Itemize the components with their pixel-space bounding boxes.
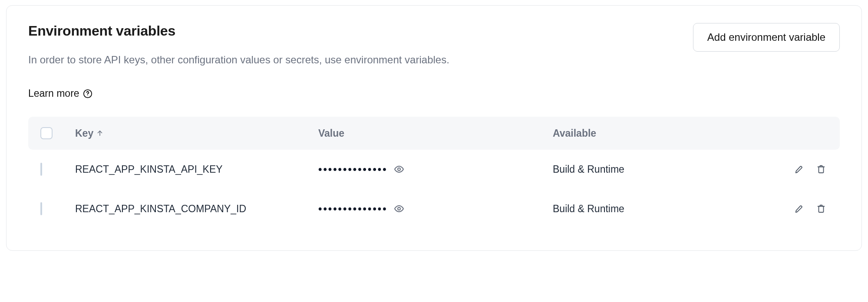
select-all-checkbox[interactable]: [40, 127, 53, 139]
svg-point-3: [398, 168, 400, 171]
reveal-value-button[interactable]: [394, 164, 404, 174]
edit-button[interactable]: [793, 163, 806, 176]
sort-asc-icon: [96, 129, 104, 137]
panel-header: Environment variables Add environment va…: [28, 23, 840, 52]
pencil-icon: [795, 204, 804, 213]
row-value-cell: ••••••••••••••: [318, 203, 553, 215]
eye-icon: [394, 204, 404, 214]
column-value: Value: [318, 128, 553, 139]
reveal-value-button[interactable]: [394, 204, 404, 214]
pencil-icon: [795, 164, 804, 174]
svg-point-1: [87, 95, 88, 96]
column-key[interactable]: Key: [75, 128, 318, 139]
trash-icon: [816, 204, 826, 213]
delete-button[interactable]: [815, 202, 828, 215]
row-checkbox[interactable]: [40, 163, 42, 176]
section-description: In order to store API keys, other config…: [28, 52, 462, 68]
delete-button[interactable]: [815, 163, 828, 176]
row-select-cell: [40, 203, 75, 215]
column-available-label: Available: [553, 128, 596, 139]
row-available: Build & Runtime: [553, 164, 758, 175]
row-select-cell: [40, 164, 75, 175]
header-left: Environment variables: [28, 23, 175, 49]
table-row: REACT_APP_KINSTA_COMPANY_ID ••••••••••••…: [28, 189, 840, 229]
row-value-cell: ••••••••••••••: [318, 163, 553, 175]
eye-icon: [394, 164, 404, 174]
select-all-column: [40, 127, 75, 139]
svg-point-4: [398, 207, 400, 210]
row-actions: [758, 163, 828, 176]
table-row: REACT_APP_KINSTA_API_KEY •••••••••••••• …: [28, 150, 840, 189]
row-key: REACT_APP_KINSTA_API_KEY: [75, 164, 318, 175]
row-value-masked: ••••••••••••••: [318, 203, 388, 215]
column-key-label: Key: [75, 128, 93, 139]
env-vars-table: Key Value Available REACT_APP_K: [28, 117, 840, 229]
row-key: REACT_APP_KINSTA_COMPANY_ID: [75, 203, 318, 215]
row-value-masked: ••••••••••••••: [318, 163, 388, 175]
table-header-row: Key Value Available: [28, 117, 840, 150]
column-available: Available: [553, 128, 758, 139]
page-title: Environment variables: [28, 23, 175, 39]
env-vars-panel: Environment variables Add environment va…: [6, 5, 862, 251]
row-checkbox[interactable]: [40, 202, 42, 215]
row-actions: [758, 202, 828, 215]
help-circle-icon: [83, 89, 92, 98]
edit-button[interactable]: [793, 202, 806, 215]
column-value-label: Value: [318, 128, 344, 139]
row-available: Build & Runtime: [553, 203, 758, 215]
learn-more-link[interactable]: Learn more: [28, 88, 92, 99]
trash-icon: [816, 164, 826, 174]
learn-more-label: Learn more: [28, 88, 79, 99]
add-env-var-button[interactable]: Add environment variable: [693, 23, 840, 52]
